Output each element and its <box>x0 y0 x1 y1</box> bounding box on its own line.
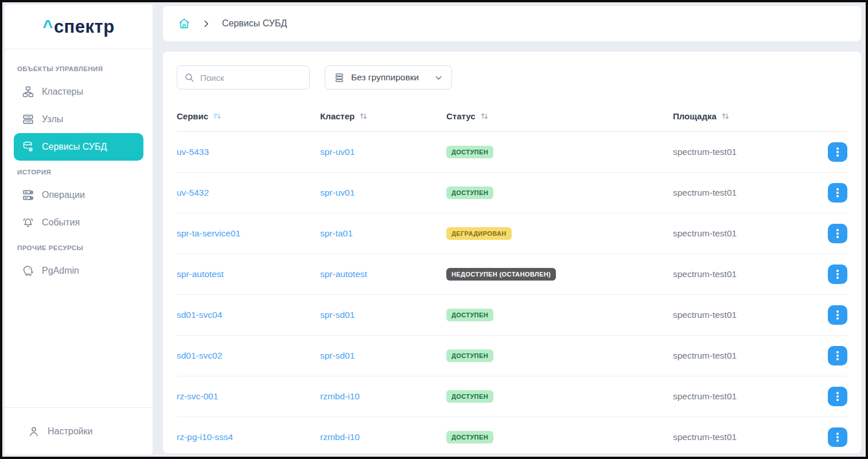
sidebar-nav: ОБЪЕКТЫ УПРАВЛЕНИЯ Кластеры <box>5 49 153 407</box>
cluster-link[interactable]: spr-uv01 <box>320 188 355 197</box>
service-link[interactable]: rz-pg-i10-sss4 <box>177 432 233 442</box>
toolbar: Без группировки <box>177 65 847 90</box>
section-label-managed-objects: ОБЪЕКТЫ УПРАВЛЕНИЯ <box>14 57 143 78</box>
kebab-menu-icon <box>836 433 838 434</box>
events-icon <box>22 216 34 229</box>
home-icon[interactable] <box>178 17 190 30</box>
column-header-site[interactable]: Площадка <box>673 111 820 121</box>
logo: ^спектр <box>5 5 153 49</box>
site-cell: spectrum-test01 <box>673 310 820 320</box>
sidebar-item-label: События <box>42 217 80 228</box>
grouping-dropdown[interactable]: Без группировки <box>325 65 452 90</box>
sidebar-item-settings[interactable]: Настройки <box>14 419 143 444</box>
db-services-icon <box>22 141 34 153</box>
site-cell: spectrum-test01 <box>673 269 820 279</box>
chevron-right-icon <box>202 20 211 28</box>
row-actions-button[interactable] <box>828 305 847 325</box>
cluster-link[interactable]: rzmbd-i10 <box>320 432 360 442</box>
service-link[interactable]: rz-svc-001 <box>177 391 218 401</box>
service-link[interactable]: uv-5433 <box>177 147 209 157</box>
column-header-label: Сервис <box>177 111 208 121</box>
sidebar-item-label: PgAdmin <box>42 266 79 276</box>
kebab-menu-icon <box>836 351 838 353</box>
services-card: Без группировки Сервис <box>163 52 861 453</box>
site-cell: spectrum-test01 <box>673 188 820 198</box>
row-actions-button[interactable] <box>828 142 847 162</box>
table-header-row: Сервис Кластер <box>177 101 847 132</box>
sidebar-item-operations[interactable]: Операции <box>14 181 143 209</box>
site-cell: spectrum-test01 <box>673 147 820 157</box>
column-header-status[interactable]: Статус <box>446 111 673 121</box>
sort-icon[interactable] <box>359 112 368 120</box>
site-cell: spectrum-test01 <box>673 432 820 442</box>
kebab-menu-icon <box>836 229 838 231</box>
clusters-icon <box>22 85 34 98</box>
service-link[interactable]: sd01-svc02 <box>177 351 222 360</box>
cluster-link[interactable]: rzmbd-i10 <box>320 391 360 401</box>
cluster-link[interactable]: spr-autotest <box>320 269 367 279</box>
service-link[interactable]: spr-autotest <box>177 269 224 279</box>
grouping-icon <box>334 72 345 83</box>
chevron-down-icon <box>434 73 443 82</box>
column-header-label: Площадка <box>673 111 717 121</box>
table-row: rz-svc-001 rzmbd-i10 ДОСТУПЕН spectrum-t… <box>177 376 847 417</box>
kebab-menu-icon <box>836 310 838 312</box>
status-badge: ДОСТУПЕН <box>446 309 493 321</box>
services-table: Сервис Кластер <box>177 101 847 453</box>
site-cell: spectrum-test01 <box>673 351 820 361</box>
grouping-selected-value: Без группировки <box>351 72 419 83</box>
sidebar-item-label: Узлы <box>42 114 63 125</box>
sort-icon[interactable] <box>721 112 730 120</box>
cluster-link[interactable]: spr-uv01 <box>320 147 355 157</box>
main-content: Сервисы СУБД <box>153 5 863 454</box>
sidebar-item-label: Операции <box>42 190 85 200</box>
user-icon <box>28 425 40 438</box>
logo-text: спектр <box>54 17 115 37</box>
search-icon <box>184 72 194 83</box>
status-badge: НЕДОСТУПЕН (ОСТАНОВЛЕН) <box>446 268 556 281</box>
sidebar-item-clusters[interactable]: Кластеры <box>14 78 143 106</box>
status-badge: ДОСТУПЕН <box>446 390 493 403</box>
cluster-link[interactable]: spr-sd01 <box>320 310 355 320</box>
service-link[interactable]: spr-ta-service01 <box>177 228 240 238</box>
breadcrumb: Сервисы СУБД <box>163 6 861 41</box>
table-body: uv-5433 spr-uv01 ДОСТУПЕН spectrum-test0… <box>177 132 847 453</box>
sidebar-item-db-services[interactable]: Сервисы СУБД <box>14 133 143 161</box>
search-input[interactable] <box>177 65 310 90</box>
breadcrumb-page-title: Сервисы СУБД <box>222 18 287 29</box>
sidebar-item-nodes[interactable]: Узлы <box>14 106 143 133</box>
sidebar-item-label: Сервисы СУБД <box>42 142 107 152</box>
app-window: ^спектр ОБЪЕКТЫ УПРАВЛЕНИЯ Кластеры <box>0 0 868 459</box>
kebab-menu-icon <box>836 147 838 149</box>
status-badge: ДОСТУПЕН <box>446 349 493 362</box>
row-actions-button[interactable] <box>828 224 847 243</box>
sort-icon[interactable] <box>480 112 489 120</box>
sidebar-item-pgadmin[interactable]: PgAdmin <box>14 257 143 285</box>
site-cell: spectrum-test01 <box>673 391 820 402</box>
table-row: uv-5433 spr-uv01 ДОСТУПЕН spectrum-test0… <box>177 132 847 173</box>
service-link[interactable]: uv-5432 <box>177 188 209 197</box>
table-row: sd01-svc02 spr-sd01 ДОСТУПЕН spectrum-te… <box>177 336 847 376</box>
status-badge: ДЕГРАДИРОВАН <box>446 227 512 240</box>
cluster-link[interactable]: spr-ta01 <box>320 228 353 238</box>
section-label-other-resources: ПРОЧИЕ РЕСУРСЫ <box>14 236 143 257</box>
row-actions-button[interactable] <box>828 346 847 365</box>
logo-caret: ^ <box>42 17 53 37</box>
operations-icon <box>22 189 34 201</box>
column-header-service[interactable]: Сервис <box>177 111 320 121</box>
table-row: spr-autotest spr-autotest НЕДОСТУПЕН (ОС… <box>177 254 847 295</box>
cluster-link[interactable]: spr-sd01 <box>320 351 355 360</box>
sidebar-item-events[interactable]: События <box>14 209 143 236</box>
column-header-cluster[interactable]: Кластер <box>320 111 446 121</box>
row-actions-button[interactable] <box>828 387 847 406</box>
row-actions-button[interactable] <box>828 427 847 447</box>
status-badge: ДОСТУПЕН <box>446 186 493 199</box>
row-actions-button[interactable] <box>828 183 847 203</box>
search-box <box>177 65 310 90</box>
table-row: spr-ta-service01 spr-ta01 ДЕГРАДИРОВАН s… <box>177 213 847 254</box>
kebab-menu-icon <box>836 188 838 190</box>
column-header-label: Кластер <box>320 111 355 121</box>
sort-ascending-icon[interactable] <box>213 112 221 120</box>
row-actions-button[interactable] <box>828 264 847 284</box>
service-link[interactable]: sd01-svc04 <box>177 310 222 320</box>
